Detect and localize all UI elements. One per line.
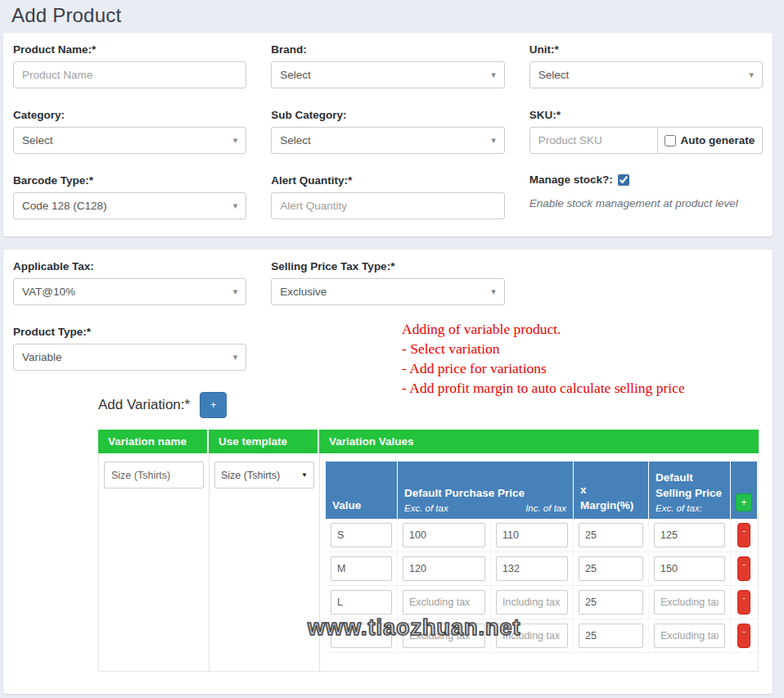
variation-value-row: - xyxy=(326,519,757,552)
purchase-inc-tax-input[interactable] xyxy=(496,556,568,581)
product-type-select-value: Variable xyxy=(22,351,62,363)
add-variation-value-button[interactable]: + xyxy=(736,493,752,511)
selling-price-input[interactable] xyxy=(654,624,725,648)
category-select-value: Select xyxy=(22,134,53,146)
page-header: Add Product xyxy=(0,0,784,27)
purchase-exc-tax-input-cell xyxy=(398,519,491,552)
selling-price-input[interactable] xyxy=(654,556,725,581)
annotation-line: - Add profit margin to auto calculate se… xyxy=(402,378,766,398)
purchase-inc-tax-input-cell xyxy=(491,552,574,585)
category-field: Category: Select ▾ xyxy=(13,105,246,154)
manage-stock-checkbox[interactable] xyxy=(618,174,629,186)
selling-price-tax-type-label: Selling Price Tax Type:* xyxy=(271,259,504,273)
product-type-select[interactable]: Variable ▾ xyxy=(13,344,246,371)
sub-category-select-value: Select xyxy=(280,134,311,146)
remove-row-cell: - xyxy=(731,552,757,585)
remove-row-cell: - xyxy=(731,519,757,552)
selling-price-tax-type-select-value: Exclusive xyxy=(280,286,327,298)
variation-table: Variation name Use template Variation Va… xyxy=(98,430,759,672)
chevron-down-icon: ▾ xyxy=(491,70,496,80)
product-name-input[interactable] xyxy=(13,61,246,88)
unit-select[interactable]: Select ▾ xyxy=(529,61,763,88)
annotation-line: Adding of variable product. xyxy=(402,319,766,339)
remove-variation-value-button[interactable]: - xyxy=(737,556,750,581)
purchase-exc-tax-input[interactable] xyxy=(403,590,485,615)
remove-variation-value-button[interactable]: - xyxy=(737,590,750,615)
alert-quantity-label: Alert Quantity:* xyxy=(271,173,504,187)
chevron-down-icon: ▾ xyxy=(491,286,496,297)
selling-exc-of-tax-label: Exc. of tax: xyxy=(656,503,702,513)
selling-price-tax-type-select[interactable]: Exclusive ▾ xyxy=(271,278,504,305)
auto-generate-addon: Auto generate xyxy=(658,127,763,154)
margin-input[interactable] xyxy=(579,523,643,547)
margin-input[interactable] xyxy=(579,556,643,581)
variation-values-body: ---- xyxy=(326,519,757,653)
purchase-inc-tax-input[interactable] xyxy=(496,523,568,547)
selling-price-tax-type-field: Selling Price Tax Type:* Exclusive ▾ xyxy=(271,256,504,305)
use-template-select[interactable]: Size (Tshirts) ▼ xyxy=(214,462,314,489)
sku-input[interactable] xyxy=(529,127,658,154)
selling-price-input-cell xyxy=(649,552,731,585)
selling-price-input[interactable] xyxy=(654,590,725,615)
purchase-exc-tax-input[interactable] xyxy=(403,523,485,547)
variation-value-input[interactable] xyxy=(331,590,392,615)
variable-product-annotation: Adding of variable product. - Select var… xyxy=(402,319,766,398)
brand-select-value: Select xyxy=(280,69,311,81)
barcode-type-label: Barcode Type:* xyxy=(13,173,246,187)
product-type-field: Product Type:* Variable ▾ xyxy=(13,322,246,371)
sub-category-select[interactable]: Select ▾ xyxy=(271,127,504,154)
variation-values-table: Value Default Purchase Price Exc. of tax… xyxy=(326,462,757,653)
inc-of-tax-label: Inc. of tax xyxy=(525,503,566,513)
purchase-inc-tax-input[interactable] xyxy=(496,624,568,648)
variation-value-input-cell xyxy=(326,519,398,552)
chevron-down-icon: ▾ xyxy=(491,135,496,146)
applicable-tax-select[interactable]: VAT@10% ▾ xyxy=(13,278,246,305)
selling-price-column-header: Default Selling Price Exc. of tax: xyxy=(649,462,731,519)
unit-label: Unit:* xyxy=(529,43,763,56)
chevron-down-icon: ▾ xyxy=(749,70,754,80)
brand-field: Brand: Select ▾ xyxy=(271,39,504,88)
annotation-line: - Select variation xyxy=(402,339,766,358)
product-name-field: Product Name:* xyxy=(13,39,246,88)
auto-generate-checkbox[interactable] xyxy=(665,135,676,146)
variation-name-input[interactable] xyxy=(104,462,204,489)
selling-price-input[interactable] xyxy=(654,523,725,547)
variation-value-input[interactable] xyxy=(331,556,392,581)
margin-input[interactable] xyxy=(579,590,643,615)
variation-value-input[interactable] xyxy=(331,523,392,547)
sku-label: SKU:* xyxy=(529,108,763,122)
purchase-inc-tax-input-cell xyxy=(491,519,574,552)
applicable-tax-select-value: VAT@10% xyxy=(22,286,75,298)
purchase-inc-tax-input-cell xyxy=(491,619,574,652)
purchase-exc-tax-input[interactable] xyxy=(403,624,485,648)
variation-value-input[interactable] xyxy=(331,624,392,648)
use-template-cell: Size (Tshirts) ▼ xyxy=(210,453,320,671)
unit-field: Unit:* Select ▾ xyxy=(529,39,763,88)
barcode-type-field: Barcode Type:* Code 128 (C128) ▾ xyxy=(13,170,246,219)
add-variation-button[interactable]: + xyxy=(200,392,227,418)
purchase-exc-tax-input[interactable] xyxy=(403,556,485,581)
purchase-inc-tax-input[interactable] xyxy=(496,590,568,615)
purchase-exc-tax-input-cell xyxy=(398,619,491,652)
add-row-column-header: + xyxy=(731,462,757,519)
remove-variation-value-button[interactable]: - xyxy=(737,523,750,547)
margin-input-cell xyxy=(574,519,649,552)
add-variation-label: Add Variation:* xyxy=(98,397,190,413)
chevron-down-icon: ▾ xyxy=(233,135,238,146)
brand-select[interactable]: Select ▾ xyxy=(271,61,504,88)
remove-variation-value-button[interactable]: - xyxy=(737,624,750,648)
manage-stock-hint: Enable stock management at product level xyxy=(529,197,763,209)
alert-quantity-input[interactable] xyxy=(271,192,504,219)
variation-value-row: - xyxy=(326,586,757,619)
margin-input-cell xyxy=(574,586,649,619)
variation-value-input-cell xyxy=(326,619,398,652)
chevron-down-icon: ▾ xyxy=(233,200,238,211)
sub-category-field: Sub Category: Select ▾ xyxy=(271,105,504,154)
page-title: Add Product xyxy=(11,4,773,27)
margin-input-cell xyxy=(574,619,649,652)
auto-generate-label: Auto generate xyxy=(681,134,755,146)
margin-input[interactable] xyxy=(579,624,643,648)
barcode-type-select[interactable]: Code 128 (C128) ▾ xyxy=(13,192,246,219)
category-select[interactable]: Select ▾ xyxy=(13,127,246,154)
use-template-header: Use template xyxy=(209,430,319,453)
